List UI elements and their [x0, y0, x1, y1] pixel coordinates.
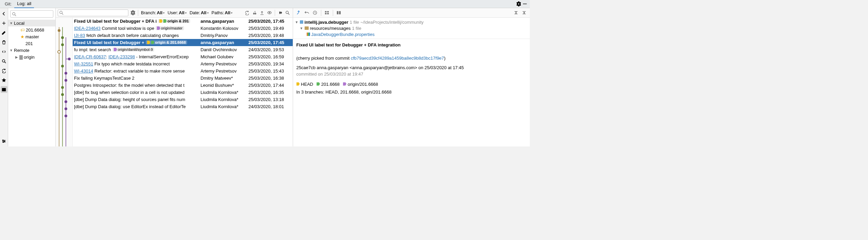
branch-label: 201.6668 [26, 27, 44, 33]
branch-tag-icon [163, 19, 167, 23]
commit-row[interactable]: Fixed UI label text for Debugger + DFA i… [73, 18, 293, 25]
plus-icon[interactable] [1, 20, 7, 26]
branch-tag-icon [114, 48, 117, 51]
issue-link[interactable]: WI-43014 [74, 68, 93, 74]
svg-point-14 [59, 11, 62, 14]
branch-search-input[interactable] [10, 10, 53, 18]
search-icon[interactable] [1, 58, 7, 64]
branch-label: 201 [25, 41, 33, 46]
commit-author-line: 25cae7cb anna.gasparyan <anna.gasparyan@… [296, 64, 527, 71]
branch-master[interactable]: ★master [8, 33, 55, 40]
local-label: Local [14, 21, 24, 26]
branch-badge: origin/master [156, 26, 184, 30]
commit-message: IDEA-CR-60637: IDEA-233298 - InternalSer… [74, 54, 199, 59]
commit-title: Fixed UI label text for Debugger + DFA i… [296, 42, 527, 48]
gear-icon[interactable] [516, 1, 522, 7]
layout-icon[interactable] [336, 10, 342, 16]
commit-date: 25/03/2020, 16:59 [249, 54, 293, 59]
commit-row[interactable]: IDEA-234643 Commit tool window is ope or… [73, 25, 293, 32]
branch-tag-icon [159, 19, 163, 23]
issue-link[interactable]: IDEA-234643 [74, 26, 101, 31]
undo-icon[interactable] [304, 10, 310, 16]
commit-row[interactable]: Fixed UI label text for Debugger + origi… [73, 39, 293, 46]
commit-row[interactable]: WI-32551 Fix typo which made testdata in… [73, 60, 293, 67]
layout-icon[interactable] [1, 86, 7, 93]
find-icon[interactable] [285, 10, 291, 16]
branch-label: master [25, 34, 39, 39]
commit-row[interactable]: Fix failing KeymapsTestCase 2 Dmitry Mat… [73, 75, 293, 82]
filter-branch[interactable]: Branch: All ▾ [140, 10, 165, 15]
tab-log-all[interactable]: Log: all [14, 0, 34, 8]
group-icon[interactable] [324, 10, 330, 16]
remote-label: Remote [14, 48, 30, 53]
star-icon[interactable] [1, 77, 7, 83]
ref-badge: HEAD [296, 82, 313, 87]
commit-row[interactable]: [dbe] Dump Data dialog: height of source… [73, 96, 293, 103]
search-icon [58, 10, 64, 16]
branches-line: In 3 branches: HEAD, 201.6668, origin/20… [293, 88, 530, 96]
commit-author: Artemy Pestretsov [201, 61, 247, 66]
collapse-icon[interactable] [521, 10, 527, 16]
branch-search[interactable] [10, 10, 53, 18]
svg-point-34 [61, 93, 64, 96]
refresh-icon[interactable] [1, 67, 7, 74]
issue-link[interactable]: WI-32551 [74, 61, 93, 66]
branch-201[interactable]: 201 [8, 40, 55, 47]
detail-folder-row[interactable]: ▼resources/messages 1 file [295, 25, 528, 31]
commit-row[interactable]: [dbe] Dump Data dialog: use EditorEx ins… [73, 103, 293, 110]
commit-row[interactable]: Postgres Introspector: fix the model whe… [73, 82, 293, 89]
commit-message: [dbe] Dump Data dialog: use EditorEx ins… [74, 104, 199, 109]
tree-remote-header[interactable]: ▼Remote [8, 47, 55, 54]
push-icon[interactable] [259, 10, 265, 16]
commit-row[interactable]: IDEA-CR-60637: IDEA-233298 - InternalSer… [73, 53, 293, 60]
filter-paths[interactable]: Paths: All ▾ [211, 10, 233, 15]
branch-tag-icon [151, 41, 155, 44]
settings-icon[interactable] [1, 138, 7, 144]
cherry-pick-icon[interactable] [252, 10, 258, 16]
tree-local-header[interactable]: ▼Local [8, 20, 55, 26]
refresh-icon[interactable] [244, 10, 250, 16]
gear-icon[interactable] [130, 10, 136, 16]
commit-message: WI-43014 Refactor: extract variable to m… [74, 68, 199, 74]
commit-row[interactable]: IJI-83 fetch default branch before calcu… [73, 32, 293, 39]
commit-row[interactable]: WI-43014 Refactor: extract variable to m… [73, 67, 293, 75]
tree-origin[interactable]: ▶▇origin [8, 54, 55, 60]
search-icon [11, 11, 17, 17]
commit-graph [56, 18, 73, 146]
cherry-hash[interactable]: cfb79aecd39cf4289a1459ba8ec9b8d3bc17f9e7 [351, 56, 444, 61]
svg-point-35 [65, 100, 67, 103]
filter-user[interactable]: User: All ▾ [167, 10, 187, 15]
commit-row[interactable]: [dbe] fix bug when selection color in a … [73, 89, 293, 96]
filter-date[interactable]: Date: All ▾ [189, 10, 210, 15]
issue-link[interactable]: IDEA-CR-60637 [74, 54, 106, 59]
svg-point-18 [269, 12, 270, 13]
commit-message: Fixed UI label text for Debugger + DFA i… [74, 19, 199, 24]
origin-label: origin [24, 55, 35, 60]
back-icon[interactable] [1, 10, 7, 17]
pin-icon[interactable] [296, 10, 302, 16]
issue-link[interactable]: IDEA-233298 [108, 54, 135, 59]
detail-file-row[interactable]: JavaDebuggerBundle.properties [295, 31, 528, 37]
delete-icon[interactable] [1, 39, 7, 45]
folder-name: resources/messages [310, 26, 351, 31]
minimize-icon[interactable] [522, 1, 528, 7]
commit-date: 25/03/2020, 16:35 [249, 90, 293, 95]
history-icon[interactable] [312, 10, 318, 16]
commit-row[interactable]: fu impl: text search origin/daniil/symbo… [73, 46, 293, 53]
branch-201.6668[interactable]: 🏷201.6668 [8, 26, 55, 33]
eye-icon[interactable] [267, 10, 273, 16]
commit-search[interactable] [58, 9, 128, 16]
expand-icon[interactable] [513, 10, 519, 16]
collapse-icon[interactable] [1, 48, 7, 55]
tag-icon [317, 82, 320, 86]
more-icon[interactable] [277, 10, 283, 16]
author-email[interactable]: <anna.gasparyan@jetbrains.com> [349, 65, 417, 70]
git-label: Git: [2, 0, 14, 8]
svg-point-36 [65, 107, 67, 110]
commit-search-input[interactable] [58, 9, 128, 16]
commit-date: 25/03/2020, 19:49 [249, 26, 293, 31]
detail-module-row[interactable]: ▼intellij.java.debugger 1 file ~/IdeaPro… [295, 19, 528, 25]
issue-link[interactable]: IJI-83 [74, 33, 85, 38]
commit-message: Postgres Introspector: fix the model whe… [74, 83, 199, 88]
edit-icon[interactable] [1, 29, 7, 36]
